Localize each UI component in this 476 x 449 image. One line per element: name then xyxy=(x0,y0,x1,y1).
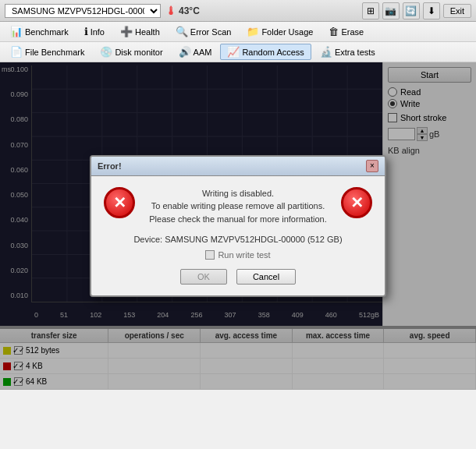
health-icon: ➕ xyxy=(120,26,133,37)
random-access-button[interactable]: 📈 Random Access xyxy=(220,44,311,60)
dialog-content: ✕ Writing is disabled. To enable writing… xyxy=(104,187,372,226)
dialog-text: Writing is disabled. To enable writing p… xyxy=(144,187,332,226)
disk-monitor-button[interactable]: 💿 Disk monitor xyxy=(93,44,169,60)
random-access-icon: 📈 xyxy=(227,46,240,58)
icon-btn-3[interactable]: 🔄 xyxy=(403,2,420,19)
error-icon-left: ✕ xyxy=(104,187,135,218)
icon-btn-1[interactable]: ⊞ xyxy=(362,2,379,19)
dialog-checkbox-row: Run write test xyxy=(104,250,372,260)
health-button[interactable]: ➕ Health xyxy=(113,23,167,40)
icon-btn-4[interactable]: ⬇ xyxy=(423,2,440,19)
dialog-box: Error! × ✕ Writing is disabled. To enabl… xyxy=(90,155,386,298)
aam-button[interactable]: 🔊 AAM xyxy=(172,44,219,60)
erase-icon: 🗑 xyxy=(329,26,339,37)
dialog-body: ✕ Writing is disabled. To enable writing… xyxy=(91,176,385,296)
disk-monitor-icon: 💿 xyxy=(100,46,112,58)
cancel-button[interactable]: Cancel xyxy=(236,269,296,285)
erase-button[interactable]: 🗑 Erase xyxy=(321,23,371,40)
device-select[interactable]: SAMSUNG MZVPV512HDGL-00000 (512 gB xyxy=(5,4,161,18)
dialog-message-3: Please check the manual for more informa… xyxy=(144,213,332,226)
dialog-overlay: Error! × ✕ Writing is disabled. To enabl… xyxy=(0,62,476,390)
dialog-device: Device: SAMSUNG MZVPV512HDGL-00000 (512 … xyxy=(104,235,372,244)
dialog-buttons: OK Cancel xyxy=(104,269,372,285)
error-scan-icon: 🔍 xyxy=(176,26,188,37)
folder-icon: 📁 xyxy=(247,26,259,37)
icon-btn-2[interactable]: 📷 xyxy=(382,2,400,19)
error-icon-right: ✕ xyxy=(341,187,372,218)
file-benchmark-button[interactable]: 📄 File Benchmark xyxy=(3,44,91,60)
exit-button[interactable]: Exit xyxy=(443,4,471,18)
temperature-value: 43°C xyxy=(179,5,200,16)
main-area: ms 0.100 0.090 0.080 0.070 0.060 0.050 0… xyxy=(0,62,476,390)
file-benchmark-icon: 📄 xyxy=(10,46,23,58)
dialog-message-1: Writing is disabled. xyxy=(144,187,332,200)
run-write-label: Run write test xyxy=(218,250,270,260)
toolbar-icons: ⊞ 📷 🔄 ⬇ Exit xyxy=(362,2,471,19)
temperature-display: 🌡 43°C xyxy=(165,5,200,17)
info-button[interactable]: ℹ Info xyxy=(77,23,112,40)
thermometer-icon: 🌡 xyxy=(165,5,176,17)
aam-icon: 🔊 xyxy=(179,46,191,58)
dialog-title: Error! xyxy=(98,161,122,171)
dialog-message-2: To enable writing please remove all part… xyxy=(144,200,332,213)
toolbar-row-2: 📄 File Benchmark 💿 Disk monitor 🔊 AAM 📈 … xyxy=(0,42,476,62)
benchmark-button[interactable]: 📊 Benchmark xyxy=(3,23,76,40)
dialog-title-bar: Error! × xyxy=(91,157,385,176)
ok-button[interactable]: OK xyxy=(180,269,227,285)
extra-tests-icon: 🔬 xyxy=(320,46,332,58)
run-write-checkbox[interactable] xyxy=(205,250,215,260)
benchmark-icon: 📊 xyxy=(10,26,23,37)
toolbar-row-1: 📊 Benchmark ℹ Info ➕ Health 🔍 Error Scan… xyxy=(0,22,476,42)
extra-tests-button[interactable]: 🔬 Extra tests xyxy=(313,44,382,60)
dialog-close-button[interactable]: × xyxy=(366,160,378,172)
error-scan-button[interactable]: 🔍 Error Scan xyxy=(169,23,239,40)
folder-usage-button[interactable]: 📁 Folder Usage xyxy=(240,23,320,40)
info-icon: ℹ xyxy=(84,26,88,37)
title-bar: SAMSUNG MZVPV512HDGL-00000 (512 gB 🌡 43°… xyxy=(0,0,476,22)
